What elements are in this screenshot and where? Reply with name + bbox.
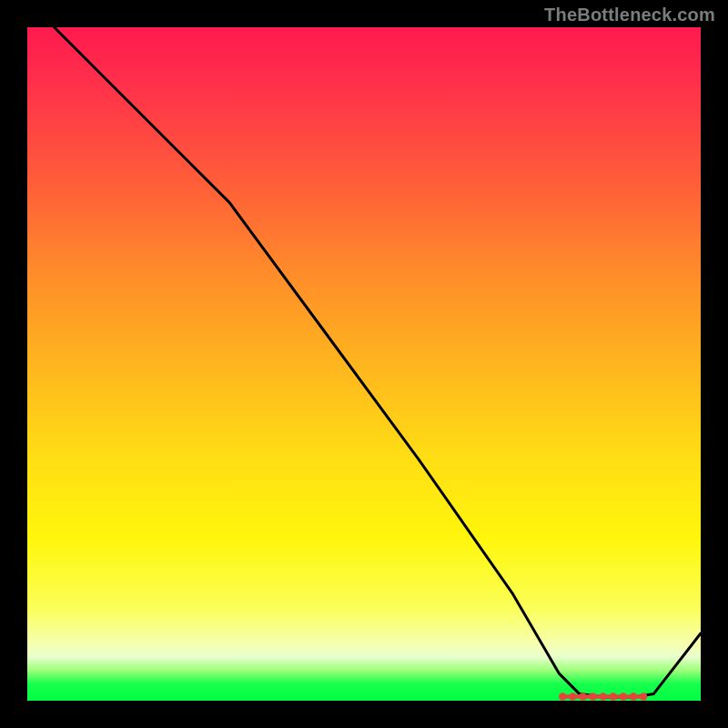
marker-dot [569, 693, 576, 700]
data-curve [55, 27, 701, 697]
marker-dot [589, 693, 596, 700]
marker-dot [559, 693, 566, 700]
marker-dot [630, 693, 637, 700]
chart-overlay [27, 27, 701, 701]
marker-dot [610, 693, 617, 700]
chart-frame: TheBottleneck.com [0, 0, 728, 728]
marker-dot [620, 693, 627, 700]
marker-dot [640, 693, 647, 700]
marker-dot [579, 693, 586, 700]
marker-group [559, 693, 647, 700]
watermark-text: TheBottleneck.com [544, 5, 715, 25]
plot-area [27, 27, 701, 701]
marker-dot [600, 693, 607, 700]
